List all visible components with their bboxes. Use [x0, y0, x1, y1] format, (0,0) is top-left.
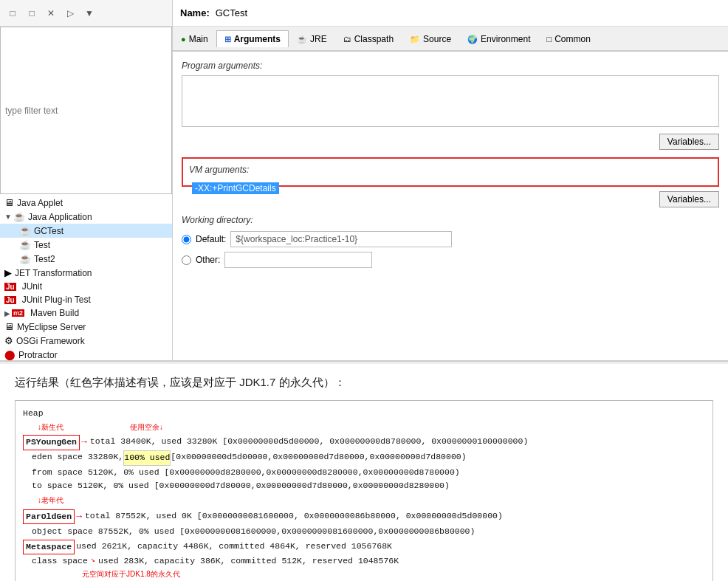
- paroldgen-label: ParOldGen: [23, 509, 75, 524]
- main-container: □ □ ✕ ▷ ▼ 🖥 Java Applet ▼ ☕ Java Applica: [0, 0, 728, 581]
- sidebar-toolbar: □ □ ✕ ▷ ▼: [0, 0, 172, 27]
- toolbar-btn-more[interactable]: ▼: [81, 5, 97, 21]
- junit-plugin-label: JUnit Plug-in Test: [22, 295, 91, 305]
- console-heap-line: Heap: [23, 407, 705, 420]
- test-label: Test: [34, 240, 50, 250]
- paroldgen-row: ↓老年代 ParOldGen → total 87552K, used 0K […: [23, 494, 705, 538]
- tree-item-test[interactable]: ☕ Test: [0, 238, 172, 252]
- junit-icon: Ju: [4, 283, 16, 291]
- annotation-laoniandai: ↓老年代: [38, 496, 63, 504]
- tree-item-osgi[interactable]: ⚙ OSGi Framework: [0, 334, 172, 348]
- name-row: Name: GCTest: [173, 0, 728, 27]
- toolbar-btn-delete[interactable]: ✕: [43, 5, 59, 21]
- object-line: object space 87552K, 0% used [0x00000000…: [32, 525, 503, 538]
- program-args-label: Program arguments:: [182, 61, 719, 71]
- yuankongjian-annotation: 元空间对应于JDK1.8的永久代: [82, 568, 705, 580]
- paroldgen-text: total 87552K, used 0K [0x000000008160000…: [85, 509, 503, 523]
- psyounggen-text: total 38400K, used 33280K [0x00000000d5d…: [90, 435, 529, 448]
- vm-args-section: VM arguments: <span class="vm-value">-XX…: [182, 157, 719, 187]
- from-line: from space 5120K, 0% used [0x00000000d82…: [32, 466, 460, 479]
- tab-environment-label: Environment: [481, 34, 530, 44]
- vm-args-label: VM arguments:: [189, 165, 712, 175]
- toolbar-btn-new[interactable]: □: [4, 5, 21, 21]
- classspace-line: class space ↘ used 283K, capacity 386K, …: [32, 554, 705, 568]
- java-application-label: Java Application: [28, 212, 92, 222]
- default-radio[interactable]: [182, 235, 191, 244]
- junit-label: JUnit: [22, 281, 42, 292]
- tab-jre-label: JRE: [310, 34, 327, 44]
- default-radio-row: Default:: [182, 231, 719, 247]
- tree-item-java-applet[interactable]: 🖥 Java Applet: [0, 196, 172, 210]
- program-variables-btn-row: Variables...: [182, 134, 719, 150]
- tree-item-protractor[interactable]: ⬤ Protractor: [0, 348, 172, 360]
- tab-common-label: Common: [554, 34, 591, 44]
- metaspace-label: Metaspace: [23, 540, 75, 554]
- tab-common[interactable]: □ Common: [538, 30, 598, 47]
- tab-main[interactable]: ● Main: [173, 30, 216, 47]
- filter-input[interactable]: [0, 27, 172, 194]
- tab-classpath[interactable]: 🗂 Classpath: [335, 30, 402, 47]
- tree-item-junit[interactable]: Ju JUnit: [0, 280, 172, 293]
- program-variables-btn[interactable]: Variables...: [659, 134, 719, 150]
- bottom-title: 运行结果（红色字体描述有误，应该是对应于 JDK1.7 的永久代）：: [15, 376, 713, 390]
- java-applet-label: Java Applet: [17, 198, 63, 208]
- java-application-icon: ☕: [13, 211, 25, 222]
- psyounggen-line: PSYoungGen → total 38400K, used 33280K […: [23, 435, 528, 450]
- eden-highlight: 100% used: [123, 450, 171, 465]
- default-radio-label: Default:: [196, 234, 226, 244]
- tab-arguments[interactable]: ⊞ Arguments: [216, 30, 289, 47]
- eden-text2: [0x00000000d5d00000,0x00000000d7d80000,0…: [171, 450, 466, 464]
- eden-text: eden space 33280K,: [32, 450, 123, 464]
- gctest-icon: ☕: [19, 225, 31, 236]
- myeclipse-label: MyEclipse Server: [17, 322, 86, 332]
- tree-area: 🖥 Java Applet ▼ ☕ Java Application ☕ GCT…: [0, 194, 172, 360]
- psyounggen-label: PSYoungGen: [23, 435, 80, 450]
- name-label: Name:: [180, 7, 210, 18]
- psyounggen-arrow: →: [81, 435, 87, 450]
- toolbar-btn-run[interactable]: ▷: [62, 5, 78, 21]
- tree-item-jet[interactable]: ▶ JET Transformation: [0, 266, 172, 280]
- arguments-tab-icon: ⊞: [224, 35, 231, 44]
- eden-line: eden space 33280K, 100% used [0x00000000…: [32, 450, 467, 465]
- protractor-label: Protractor: [18, 350, 58, 360]
- common-tab-icon: □: [546, 35, 552, 44]
- maven-icon: m2: [12, 309, 24, 317]
- classspace-text2: used 283K, capacity 386K, committed 512K…: [98, 554, 399, 568]
- environment-tab-icon: 🌍: [467, 35, 478, 44]
- content-area: Program arguments: Variables... VM argum…: [173, 52, 728, 360]
- object-text: object space 87552K, 0% used [0x00000000…: [32, 525, 475, 538]
- annotation-shiyong: 使用空余↓: [130, 422, 163, 433]
- other-radio[interactable]: [182, 255, 191, 265]
- tree-item-junit-plugin[interactable]: Ju JUnit Plug-in Test: [0, 293, 172, 306]
- psyounggen-row: ↓新生代 使用空余↓ PSYoungGen → total 38400K, us…: [23, 422, 705, 492]
- tree-item-myeclipse[interactable]: 🖥 MyEclipse Server: [0, 320, 172, 334]
- tree-item-maven[interactable]: ▶ m2 Maven Build: [0, 306, 172, 320]
- tree-item-java-application[interactable]: ▼ ☕ Java Application: [0, 210, 172, 224]
- tree-item-test2[interactable]: ☕ Test2: [0, 252, 172, 266]
- annotation-xinshen: ↓新生代: [38, 422, 63, 433]
- tab-environment[interactable]: 🌍 Environment: [459, 30, 538, 47]
- gctest-label: GCTest: [34, 226, 63, 236]
- tab-source[interactable]: 📁 Source: [402, 30, 459, 47]
- program-args-input[interactable]: [182, 75, 719, 127]
- from-text: from space 5120K, 0% used [0x00000000d82…: [32, 466, 460, 479]
- java-applet-icon: 🖥: [4, 197, 14, 208]
- other-dir-input[interactable]: [224, 252, 372, 268]
- metaspace-text: used 2621K, capacity 4486K, committed 48…: [76, 540, 392, 553]
- junit-plugin-icon: Ju: [4, 296, 16, 304]
- sidebar: □ □ ✕ ▷ ▼ 🖥 Java Applet ▼ ☕ Java Applica: [0, 0, 173, 360]
- default-dir-input[interactable]: [230, 231, 452, 247]
- test-icon: ☕: [19, 239, 31, 250]
- tabs-row: ● Main ⊞ Arguments ☕ JRE 🗂 Classpath 📁: [173, 27, 728, 52]
- myeclipse-icon: 🖥: [4, 321, 14, 332]
- classpath-tab-icon: 🗂: [343, 35, 351, 44]
- toolbar-btn-copy[interactable]: □: [24, 5, 40, 21]
- main-tab-icon: ●: [181, 35, 186, 44]
- tab-arguments-label: Arguments: [234, 34, 281, 44]
- to-text: to space 5120K, 0% used [0x00000000d7d80…: [32, 479, 450, 492]
- tab-jre[interactable]: ☕ JRE: [289, 30, 335, 47]
- tree-item-gctest[interactable]: ☕ GCTest: [0, 224, 172, 238]
- toggle-maven: ▶: [4, 309, 10, 317]
- osgi-icon: ⚙: [4, 335, 13, 346]
- bottom-section: 运行结果（红色字体描述有误，应该是对应于 JDK1.7 的永久代）： Heap …: [0, 362, 728, 581]
